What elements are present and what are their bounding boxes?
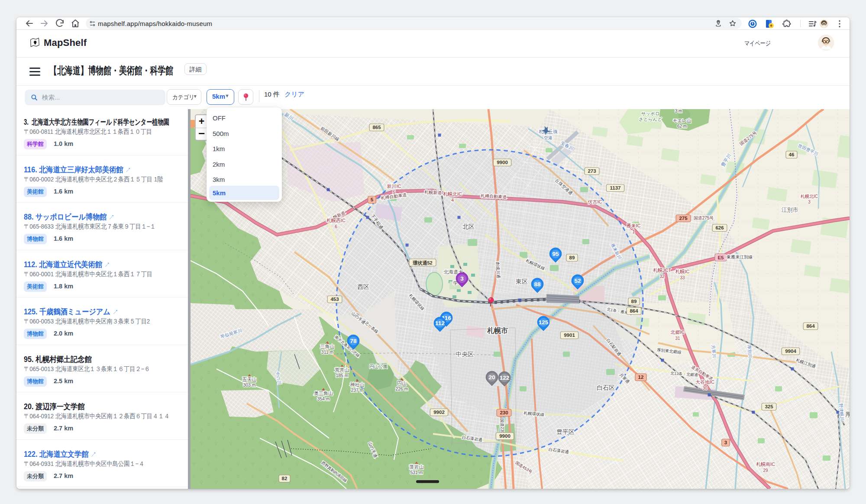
svg-text:1: 1 [632,229,635,234]
svg-text:札幌市: 札幌市 [487,326,508,334]
svg-text:大谷地IC: 大谷地IC [695,379,714,384]
svg-text:荒井山: 荒井山 [335,367,349,372]
svg-text:6: 6 [335,224,337,229]
svg-text:空港: 空港 [544,136,553,140]
svg-text:31: 31 [675,336,680,341]
svg-text:神社山: 神社山 [350,382,365,387]
svg-text:9901: 9901 [564,333,575,338]
svg-text:46: 46 [789,152,795,157]
svg-text:89: 89 [631,299,637,304]
svg-text:東区: 東区 [516,278,528,285]
svg-text:237 m: 237 m [351,388,363,393]
svg-text:札幌西IC: 札幌西IC [326,218,346,223]
svg-text:札幌北IC: 札幌北IC [800,194,818,199]
svg-text:9900: 9900 [497,160,508,165]
svg-text:88: 88 [534,281,541,288]
svg-text:E5: E5 [717,255,724,260]
svg-text:122: 122 [500,375,510,381]
svg-text:藻岩山: 藻岩山 [410,464,424,469]
svg-text:32: 32 [659,274,665,279]
svg-text:20: 20 [488,374,495,381]
svg-text:3: 3 [724,440,727,445]
svg-text:厚別区: 厚別区 [845,411,850,418]
svg-text:モエレ山: モエレ山 [673,118,692,123]
svg-text:札幌JCT: 札幌JCT [653,268,671,273]
svg-text:豊平区: 豊平区 [556,428,575,435]
svg-text:125: 125 [539,319,549,326]
svg-text:江別市: 江別市 [782,207,798,213]
svg-text:325: 325 [765,404,773,409]
svg-text:112: 112 [435,320,445,326]
svg-text:東雁来江別線: 東雁来江別線 [726,255,753,259]
svg-text:五天山: 五天山 [242,377,257,382]
svg-text:33: 33 [680,275,685,280]
svg-text:札幌IC: 札幌IC [675,269,690,274]
svg-text:中央区: 中央区 [456,351,474,358]
svg-text:230: 230 [500,410,508,415]
svg-text:865: 865 [372,125,381,130]
svg-text:303 m: 303 m [243,382,255,388]
svg-text:453: 453 [330,297,339,302]
svg-text:国道275号: 国道275号 [694,216,714,220]
svg-text:12: 12 [638,375,644,380]
svg-text:1137: 1137 [610,185,621,191]
svg-text:3 m: 3 m [675,109,682,113]
svg-text:78: 78 [350,338,357,344]
svg-text:29: 29 [763,468,768,473]
svg-text:札幌北IC: 札幌北IC [443,191,462,197]
svg-text:82: 82 [282,476,288,481]
svg-text:52: 52 [574,278,581,284]
svg-text:3: 3 [460,275,464,282]
svg-text:3: 3 [808,200,811,204]
svg-text:9902: 9902 [433,410,445,415]
svg-text:西区: 西区 [357,283,369,290]
svg-text:白石区: 白石区 [597,384,615,391]
svg-text:円山公園: 円山公園 [369,364,388,369]
svg-text:雁来IC: 雁来IC [627,223,641,228]
svg-text:三角山: 三角山 [320,344,335,349]
svg-text:札幌新道: 札幌新道 [424,190,442,195]
svg-text:311 m: 311 m [321,349,334,355]
svg-text:5: 5 [371,197,374,202]
svg-text:北郷IC: 北郷IC [670,330,685,335]
svg-text:5: 5 [393,190,395,195]
svg-text:サッポロ: サッポロ [641,111,660,116]
svg-text:531 m: 531 m [410,470,423,475]
svg-text:185 m: 185 m [336,373,348,378]
svg-text:9904: 9904 [785,349,796,354]
svg-text:創成川通: 創成川通 [495,262,501,279]
svg-text:北区: 北区 [462,223,475,230]
svg-text:奥三角山: 奥三角山 [314,391,333,396]
svg-text:30: 30 [702,386,708,391]
svg-text:864: 864 [806,323,815,329]
svg-text:環状通52: 環状通52 [412,260,432,265]
svg-text:札幌南IC: 札幌南IC [756,462,775,467]
svg-text:円山: 円山 [397,381,407,386]
svg-text:273: 273 [588,168,596,174]
svg-text:さとらんど: さとらんど [639,116,662,122]
svg-text:626: 626 [715,225,724,230]
svg-text:4: 4 [451,197,454,203]
svg-text:伏古IC: 伏古IC [588,199,602,204]
svg-text:864: 864 [630,308,638,313]
svg-text:354 m: 354 m [317,396,330,401]
svg-text:新川IC: 新川IC [387,184,401,189]
svg-text:95: 95 [552,251,559,257]
svg-text:226 m: 226 m [395,386,408,391]
svg-text:9900: 9900 [499,433,511,439]
svg-text:89: 89 [569,255,575,260]
svg-text:62 m: 62 m [677,124,687,129]
svg-text:275: 275 [679,216,688,221]
